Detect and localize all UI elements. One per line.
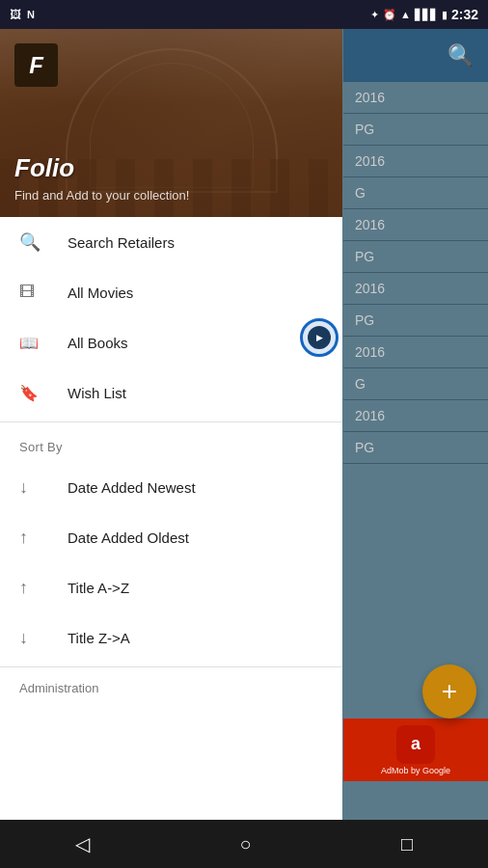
status-right-icons: ✦ ⏰ ▲ ▋▋▋ ▮ 2:32 — [370, 7, 478, 22]
sort-title-z-a[interactable]: ↓ Title Z->A — [0, 612, 342, 663]
signal-icon: ▋▋▋ — [415, 9, 438, 21]
arrow-up-icon-az: ↑ — [19, 578, 48, 598]
book-icon: 📖 — [19, 334, 48, 352]
logo-letter: F — [29, 52, 43, 79]
date-added-newest-label: Date Added Newest — [68, 479, 196, 496]
bookmark-icon: 🔖 — [19, 384, 48, 402]
search-icon: 🔍 — [19, 231, 48, 253]
sort-by-section-label: Sort By — [0, 426, 342, 462]
sort-date-added-newest[interactable]: ↓ Date Added Newest — [0, 462, 342, 512]
plus-icon: + — [442, 676, 457, 707]
app-title: Folio — [14, 153, 74, 183]
rating-3: PG — [343, 241, 488, 273]
rating-6: PG — [343, 432, 488, 464]
wish-list-label: Wish List — [68, 385, 126, 401]
rating-4: PG — [343, 305, 488, 337]
ad-banner[interactable]: a AdMob by Google — [343, 719, 488, 781]
back-button[interactable]: ◁ — [56, 825, 109, 863]
alarm-icon: ⏰ — [383, 9, 396, 21]
sidebar-item-search-retailers[interactable]: 🔍 Search Retailers — [0, 217, 342, 267]
administration-section-label: Administration — [0, 666, 342, 703]
arrow-up-icon-oldest: ↑ — [19, 528, 48, 548]
rating-1: PG — [343, 114, 488, 146]
year-3: 2016 — [343, 209, 488, 241]
wifi-icon: ▲ — [400, 9, 411, 20]
status-time: 2:32 — [451, 7, 478, 22]
image-icon: 🖼 — [10, 8, 21, 21]
ad-text: AdMob by Google — [381, 766, 450, 775]
search-retailers-label: Search Retailers — [68, 234, 175, 251]
film-icon: 🎞 — [19, 284, 48, 301]
year-4: 2016 — [343, 273, 488, 305]
blue-circle-inner: ▶ — [308, 326, 331, 349]
blue-circle-overlay: ▶ — [300, 318, 339, 357]
nav-bar: ◁ ○ □ — [0, 820, 488, 868]
all-movies-label: All Movies — [68, 285, 133, 301]
date-added-oldest-label: Date Added Oldest — [68, 529, 189, 546]
battery-icon: ▮ — [442, 9, 447, 21]
arrow-down-icon-newest: ↓ — [19, 477, 48, 498]
year-6: 2016 — [343, 400, 488, 432]
divider-1 — [0, 421, 342, 422]
drawer-header: F Folio Find and Add to your collection! — [0, 29, 342, 217]
rating-5: G — [343, 368, 488, 400]
recent-button[interactable]: □ — [382, 826, 432, 863]
add-fab[interactable]: + — [422, 665, 476, 719]
drawer-menu: 🔍 Search Retailers 🎞 All Movies 📖 All Bo… — [0, 217, 342, 820]
rating-2: G — [343, 177, 488, 209]
year-5: 2016 — [343, 337, 488, 368]
sort-title-a-z[interactable]: ↑ Title A->Z — [0, 562, 342, 612]
n-icon: N — [27, 9, 35, 20]
home-button[interactable]: ○ — [220, 826, 270, 863]
all-books-label: All Books — [68, 335, 128, 351]
status-bar: 🖼 N ✦ ⏰ ▲ ▋▋▋ ▮ 2:32 — [0, 0, 488, 29]
admob-icon: a — [396, 725, 435, 764]
app-subtitle: Find and Add to your collection! — [14, 188, 189, 203]
title-a-z-label: Title A->Z — [68, 580, 129, 596]
arrow-down-icon-za: ↓ — [19, 628, 48, 648]
title-z-a-label: Title Z->A — [68, 630, 130, 646]
sort-date-added-oldest[interactable]: ↑ Date Added Oldest — [0, 512, 342, 562]
bluetooth-icon: ✦ — [370, 9, 379, 21]
navigation-drawer: F Folio Find and Add to your collection!… — [0, 29, 342, 820]
sidebar-item-wish-list[interactable]: 🔖 Wish List — [0, 367, 342, 418]
sidebar-item-all-books[interactable]: 📖 All Books — [0, 317, 342, 367]
sidebar-item-all-movies[interactable]: 🎞 All Movies — [0, 267, 342, 317]
right-data-column: 2016 PG 2016 G 2016 PG 2016 PG 2016 G 20… — [343, 82, 488, 464]
status-left-icons: 🖼 N — [10, 8, 35, 21]
right-header: 🔍 — [343, 29, 488, 82]
app-logo: F — [14, 43, 58, 87]
search-icon-header[interactable]: 🔍 — [447, 43, 474, 68]
year-1: 2016 — [343, 82, 488, 114]
year-2: 2016 — [343, 146, 488, 177]
